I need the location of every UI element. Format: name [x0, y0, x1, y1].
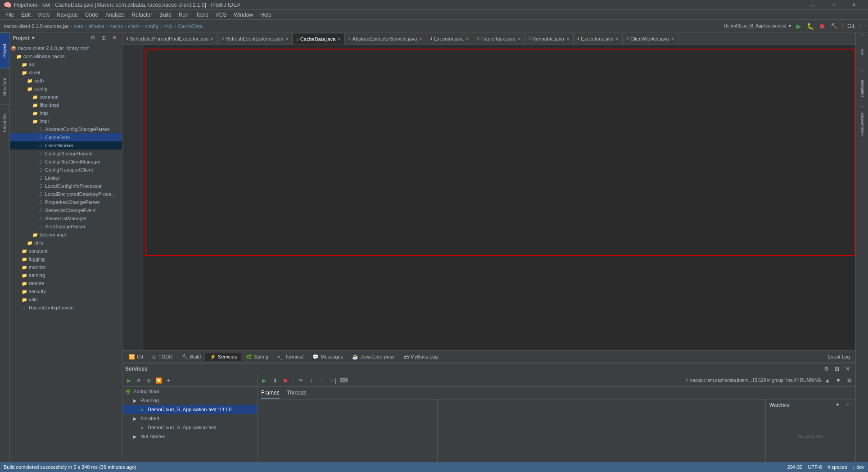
threads-tab[interactable]: Threads — [287, 388, 307, 399]
database-tab[interactable]: Database — [860, 70, 864, 106]
git-tab[interactable]: 🔀 Git — [124, 353, 148, 361]
tree-item[interactable]: JServerlistChangeEvent — [10, 206, 122, 214]
tab-scheduledthreadpoolexecutor[interactable]: J ScheduledThreadPoolExecutor.java ✕ — [122, 33, 218, 45]
tab-runnable[interactable]: J Runnable.java ✕ — [525, 33, 574, 45]
close-tab-icon[interactable]: ✕ — [671, 36, 674, 41]
step-over-btn[interactable]: ↷ — [296, 376, 305, 385]
tree-item[interactable]: 📁naming — [10, 271, 122, 279]
spring-tab[interactable]: 🌿 Spring — [241, 353, 273, 361]
tree-item[interactable]: 📁security — [10, 287, 122, 295]
menu-tools[interactable]: Tools — [192, 11, 212, 19]
tree-item[interactable]: 📁listener.impl — [10, 231, 122, 239]
settings-icon[interactable]: ⚙ — [821, 364, 831, 374]
finished-group[interactable]: ▶ Finished — [122, 414, 257, 423]
tab-clientworker[interactable]: J ClientWorker.java ✕ — [623, 33, 678, 45]
structure-tab[interactable]: Structure — [0, 68, 9, 104]
stop-button[interactable]: ⏹ — [817, 21, 827, 31]
close-tab-icon[interactable]: ✕ — [210, 36, 214, 41]
tree-item[interactable]: 📁auth — [10, 77, 122, 85]
gear-icon[interactable]: ⚙ — [88, 33, 98, 43]
messages-tab[interactable]: 💬 Messages — [308, 353, 348, 361]
indent-status[interactable]: 4 spaces — [827, 464, 847, 470]
group-btn[interactable]: ⊞ — [144, 376, 153, 385]
tree-item[interactable]: JClientWorker — [10, 141, 122, 150]
tab-refresheventlistener[interactable]: J RefreshEventListener.java ✕ — [218, 33, 293, 45]
settings-debug-btn[interactable]: ⚙ — [845, 376, 854, 385]
debug-button[interactable]: 🐛 — [805, 21, 815, 31]
run-config-dropdown[interactable]: DemoCloud_B_Application-test ▼ — [724, 23, 792, 28]
tab-executor[interactable]: J Executor.java ✕ — [426, 33, 473, 45]
filter-btn[interactable]: 🔽 — [154, 376, 163, 385]
mybatis-tab[interactable]: 🗃 MyBatis Log — [399, 353, 443, 360]
event-log-link[interactable]: Event Log — [824, 354, 854, 359]
close-tab-icon[interactable]: ✕ — [419, 36, 422, 41]
menu-window[interactable]: Window — [230, 11, 257, 19]
down-frame-btn[interactable]: ▼ — [834, 376, 843, 385]
pause-btn[interactable]: ⏸ — [270, 376, 279, 385]
favorites-tab[interactable]: Favorites — [0, 104, 9, 141]
resume-btn[interactable]: ▶ — [259, 376, 268, 385]
stop-debug-btn[interactable]: ⏹ — [281, 376, 290, 385]
add-btn[interactable]: + — [164, 376, 173, 385]
build-button[interactable]: 🔨 — [829, 21, 839, 31]
close-tab-icon[interactable]: ✕ — [285, 36, 289, 41]
build-tab[interactable]: 🔨 Build — [177, 353, 205, 361]
tree-item[interactable]: 📁utils — [10, 239, 122, 247]
step-into-btn[interactable]: ↓ — [307, 376, 316, 385]
close-panel-btn[interactable]: ✕ — [843, 364, 853, 374]
menu-file[interactable]: File — [2, 11, 18, 19]
tree-item[interactable]: JPropertiesChangeParser — [10, 198, 122, 206]
tree-item[interactable]: JYmlChangeParser — [10, 222, 122, 231]
minimize-button[interactable]: — — [802, 0, 823, 10]
not-started-group[interactable]: ▶ Not Started — [122, 432, 257, 441]
tree-item[interactable]: 📁com.alibaba.nacos — [10, 52, 122, 60]
tree-item[interactable]: 📁client — [10, 68, 122, 77]
cursor-position[interactable]: 294:30 — [787, 464, 803, 470]
tree-item[interactable]: JAbstractConfigChangeParser — [10, 125, 122, 133]
maximize-button[interactable]: □ — [823, 0, 844, 10]
menu-code[interactable]: Code — [81, 11, 102, 19]
tree-item[interactable]: 📁constant — [10, 247, 122, 255]
close-tab-icon[interactable]: ✕ — [337, 36, 341, 41]
menu-view[interactable]: View — [34, 11, 53, 19]
tree-item[interactable]: JConfigTransportClient — [10, 166, 122, 174]
tree-item[interactable]: 📦nacos-client-2.1.0.jar library root — [10, 44, 122, 52]
tree-item[interactable]: JConfigHttpClientManager — [10, 158, 122, 166]
up-frame-btn[interactable]: ▲ — [823, 376, 832, 385]
code-area[interactable] — [144, 45, 855, 350]
democloudb-finished[interactable]: ● DemoCloud_B_Application-test — [122, 423, 257, 432]
run-to-cursor-btn[interactable]: →| — [328, 376, 337, 385]
menu-edit[interactable]: Edit — [18, 11, 34, 19]
todo-tab[interactable]: ☑ TODO — [148, 353, 177, 361]
close-panel-icon[interactable]: ✕ — [109, 33, 119, 43]
expand-panel-icon[interactable]: ⊞ — [832, 364, 842, 374]
tree-item[interactable]: 📁logging — [10, 255, 122, 263]
tab-abstractexecutorservice[interactable]: J AbstractExecutorService.java ✕ — [345, 33, 426, 45]
tab-cachedata[interactable]: J CacheData.java ✕ — [293, 33, 345, 45]
tree-item[interactable]: 📁api — [10, 60, 122, 68]
frames-tab[interactable]: Frames — [261, 388, 280, 399]
rest-services-tab[interactable]: RestServices — [860, 106, 864, 142]
run-button[interactable]: ▶ — [794, 21, 804, 31]
tree-item[interactable]: JLocalConfigInfoProcessor — [10, 182, 122, 190]
git-branch[interactable]: ↓ dev — [853, 464, 864, 470]
spring-boot-group[interactable]: 🌿 Spring Boot — [122, 387, 257, 396]
services-tab[interactable]: ⚡ Services — [205, 353, 241, 361]
run-service-btn[interactable]: ▶ — [124, 376, 133, 385]
democloudb-running[interactable]: ● DemoCloud_B_Application-test :1113/ — [122, 405, 257, 414]
close-button[interactable]: ✕ — [844, 0, 864, 10]
close-tab-icon[interactable]: ✕ — [566, 36, 570, 41]
tree-item[interactable]: 📁remote — [10, 279, 122, 287]
evaluate-btn[interactable]: ⌨ — [339, 376, 348, 385]
tree-item[interactable]: JServerListManager — [10, 214, 122, 222]
encoding-status[interactable]: UTF-8 — [808, 464, 822, 470]
tree-item[interactable]: 📁common — [10, 93, 122, 101]
menu-run[interactable]: Run — [175, 11, 192, 19]
menu-analyze[interactable]: Analyze — [102, 11, 128, 19]
menu-help[interactable]: Help — [257, 11, 275, 19]
tree-item[interactable]: 📁utils — [10, 295, 122, 304]
close-tab-icon[interactable]: ✕ — [615, 36, 619, 41]
java-enterprise-tab[interactable]: ☕ Java Enterprise — [348, 353, 399, 361]
menu-vcs[interactable]: VCS — [212, 11, 231, 19]
expand-icon[interactable]: ⊞ — [99, 33, 108, 43]
